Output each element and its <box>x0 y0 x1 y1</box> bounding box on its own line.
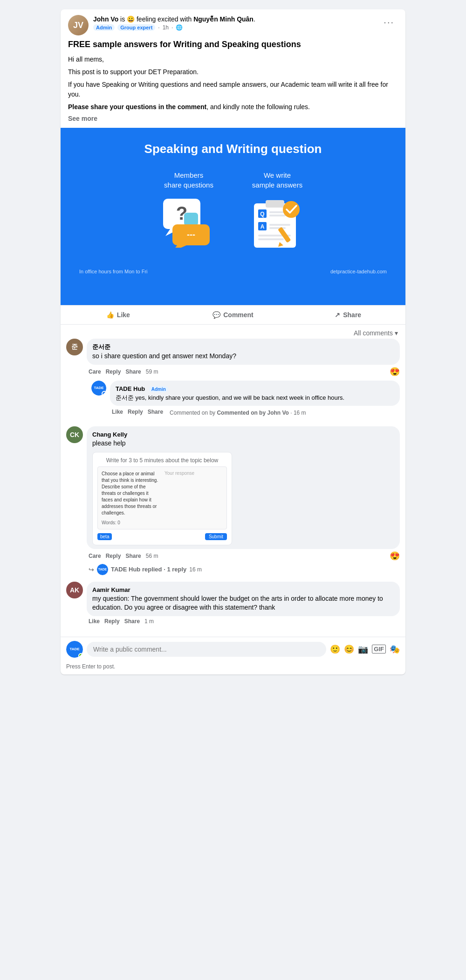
svg-marker-5 <box>172 245 186 248</box>
emoji-icon[interactable]: 🙂 <box>330 644 340 654</box>
comment-3-share[interactable]: Share <box>124 618 140 625</box>
post-paragraph-2: This post is to support your DET Prepara… <box>68 67 398 77</box>
chat-bubble-icon: ? --- <box>158 196 219 248</box>
comment-2-avatar: CK <box>66 426 83 443</box>
reply-1-time: 16 m <box>294 410 306 416</box>
comment-button[interactable]: 💬 Comment <box>176 307 291 322</box>
author-avatar: JV <box>68 15 89 35</box>
post-paragraph-4: Please share your questions in the comme… <box>68 102 398 112</box>
reply-1-reply[interactable]: Reply <box>128 409 143 415</box>
commented-by-sep: · <box>290 410 294 416</box>
reply-1-bubble: TADE Hub Admin 준서준 yes, kindly share you… <box>110 381 400 406</box>
svg-text:---: --- <box>187 230 195 239</box>
reply-1-badge: Admin <box>149 386 168 392</box>
thread-reply-arrow: ↪ <box>89 566 94 573</box>
attachment-tag: beta <box>97 533 112 540</box>
commented-on-text: Commented on by <box>170 410 217 416</box>
comment-3-bubble: Aamir Kumar my question: The government … <box>87 582 400 616</box>
comment-3-avatar-img: AK <box>66 582 83 598</box>
attachment-prompt: Choose a place or animal that you think … <box>102 471 160 516</box>
thread-reply-avatar-img: TADE <box>97 564 108 575</box>
comment-3: AK Aamir Kumar my question: The governme… <box>66 582 400 625</box>
reply-1-actions: Like Reply Share Commented on by Comment… <box>110 408 400 416</box>
see-more-button[interactable]: See more <box>68 115 398 122</box>
post-image-banner: Speaking and Writing question Memberssha… <box>61 128 405 305</box>
attachment-footer: beta Submit <box>97 533 227 540</box>
action-bar: 👍 Like 💬 Comment ↗ Share <box>61 305 405 325</box>
bold-text: Please share your questions in the comme… <box>68 103 206 111</box>
comment-3-body: Aamir Kumar my question: The government … <box>87 582 400 625</box>
globe-icon: 🌐 <box>176 24 183 31</box>
tagged-name: Nguyễn Minh Quân <box>193 15 254 23</box>
reply-1-avatar: TADE ✓ <box>91 381 106 396</box>
comment-3-like[interactable]: Like <box>89 618 100 625</box>
post-header: JV John Vo is 😀 feeling excited with Ngu… <box>61 9 405 39</box>
post-title: FREE sample answers for Writing and Spea… <box>68 39 398 50</box>
comment-1-body: 준서준 so i share question and get answer n… <box>87 339 400 420</box>
sticker-icon[interactable]: 🎭 <box>390 644 400 654</box>
share-button[interactable]: ↗ Share <box>290 307 405 322</box>
comment-3-avatar: AK <box>66 582 83 598</box>
feeling-text: is 😀 feeling excited with <box>120 15 193 23</box>
comment-2: CK Chang Kelly please help Write for 3 t… <box>66 426 400 575</box>
like-label: Like <box>117 311 130 319</box>
thread-reply-avatar: TADE <box>97 564 108 575</box>
attachment-title: Write for 3 to 5 minutes about the topic… <box>97 457 227 464</box>
thread-reply-text[interactable]: TADE Hub replied · 1 reply <box>111 566 186 573</box>
replied-by-1: Commented on by Commented on by John Vo … <box>168 410 306 416</box>
chevron-down-icon: ▾ <box>395 329 398 337</box>
meta-dot2: · <box>171 24 173 31</box>
author-name-line: John Vo is 😀 feeling excited with Nguyễn… <box>93 15 255 23</box>
press-enter-hint: Press Enter to post. <box>61 661 405 674</box>
comment-3-reply[interactable]: Reply <box>104 618 120 625</box>
comment-1-avatar: 준 <box>66 339 83 355</box>
reply-1-share[interactable]: Share <box>148 409 163 415</box>
comment-1-reply[interactable]: Reply <box>106 368 121 375</box>
post-paragraph-3: If you have Speaking or Writing question… <box>68 80 398 99</box>
comment-2-reply[interactable]: Reply <box>106 553 121 559</box>
comment-2-bubble: Chang Kelly please help Write for 3 to 5… <box>87 426 400 549</box>
reply-1-body: TADE Hub Admin 준서준 yes, kindly share you… <box>110 381 400 416</box>
emoji2-icon[interactable]: 😊 <box>344 644 354 654</box>
svg-rect-16 <box>269 227 286 229</box>
author-name: John Vo <box>93 15 118 23</box>
attachment-submit[interactable]: Submit <box>205 533 227 540</box>
share-label: Share <box>343 311 361 319</box>
comment-2-time: 56 m <box>146 553 158 559</box>
write-comment-icons: 🙂 😊 📷 GIF 🎭 <box>330 644 400 654</box>
thread-reply-time: 16 m <box>189 566 202 573</box>
comment-1-reaction: 😍 <box>390 367 400 377</box>
svg-text:A: A <box>260 223 265 230</box>
post-paragraph-1: Hi all mems, <box>68 55 398 64</box>
comment-2-share[interactable]: Share <box>125 553 141 559</box>
post-content: FREE sample answers for Writing and Spea… <box>61 39 405 128</box>
comment-1-care[interactable]: Care <box>89 368 101 375</box>
write-comment-avatar: TADE <box>66 641 83 658</box>
image-footer-left: In office hours from Mon to Fri <box>79 269 148 274</box>
comment-2-care[interactable]: Care <box>89 553 101 559</box>
reply-1: TADE ✓ TADE Hub Admin 준서준 yes, kindly sh… <box>91 381 400 416</box>
svg-rect-12 <box>269 215 286 216</box>
svg-rect-3 <box>184 213 198 226</box>
comment-1: 준 준서준 so i share question and get answer… <box>66 339 400 420</box>
write-comment-input[interactable] <box>87 642 326 657</box>
camera-icon[interactable]: 📷 <box>358 644 368 654</box>
online-indicator <box>78 653 83 658</box>
comment-1-bubble: 준서준 so i share question and get answer n… <box>87 339 400 365</box>
like-button[interactable]: 👍 Like <box>61 307 176 322</box>
author-info: John Vo is 😀 feeling excited with Nguyễn… <box>93 15 255 31</box>
reply-1-like[interactable]: Like <box>112 409 123 415</box>
comment-2-reaction: 😍 <box>390 551 400 561</box>
gif-icon[interactable]: GIF <box>372 645 386 653</box>
svg-rect-8 <box>266 200 284 208</box>
comment-1-share[interactable]: Share <box>125 368 141 375</box>
comment-2-actions: Care Reply Share 56 m 😍 <box>87 551 400 561</box>
comment-2-thread-reply[interactable]: ↪ TADE TADE Hub replied · 1 reply 16 m <box>87 564 400 575</box>
attachment-content: Choose a place or animal that you think … <box>97 466 227 529</box>
all-comments-label[interactable]: All comments <box>354 329 393 337</box>
comment-1-author: 준서준 <box>92 343 110 350</box>
more-options-button[interactable]: ··· <box>380 15 398 29</box>
image-col-2: We writesample answers Q A <box>247 170 308 250</box>
attachment-response-area: Your response <box>164 471 223 516</box>
meta-dot: · <box>158 24 159 31</box>
